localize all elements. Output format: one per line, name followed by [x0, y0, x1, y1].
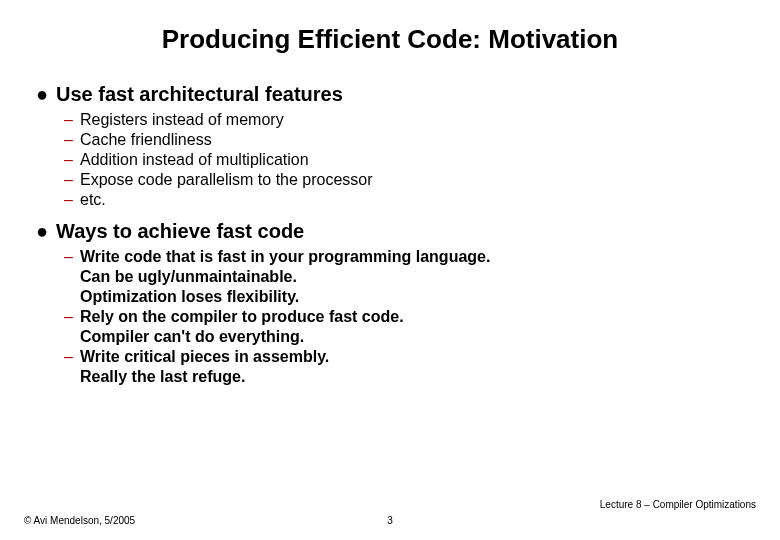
sub-continuation: Optimization loses flexibility.	[80, 287, 744, 307]
bullet-list: ● Use fast architectural features –Regis…	[36, 83, 744, 387]
bullet-1-text: Use fast architectural features	[56, 83, 343, 106]
sub-item: –Rely on the compiler to produce fast co…	[64, 307, 744, 327]
sub-item: –Cache friendliness	[64, 130, 744, 150]
dash-icon: –	[64, 130, 80, 150]
bullet-1-sublist: –Registers instead of memory –Cache frie…	[64, 110, 744, 210]
dash-icon: –	[64, 110, 80, 130]
sub-text: Addition instead of multiplication	[80, 150, 309, 170]
bullet-2-sublist: –Write code that is fast in your program…	[64, 247, 744, 387]
sub-item: –Write critical pieces in assembly.	[64, 347, 744, 367]
sub-text: Registers instead of memory	[80, 110, 284, 130]
sub-item: –etc.	[64, 190, 744, 210]
sub-item: –Registers instead of memory	[64, 110, 744, 130]
sub-continuation: Compiler can't do everything.	[80, 327, 744, 347]
sub-text: Rely on the compiler to produce fast cod…	[80, 307, 404, 327]
dash-icon: –	[64, 347, 80, 367]
sub-text: Write code that is fast in your programm…	[80, 247, 490, 267]
sub-item: –Write code that is fast in your program…	[64, 247, 744, 267]
footer-page-number: 3	[387, 515, 393, 526]
sub-text: Expose code parallelism to the processor	[80, 170, 373, 190]
footer-lecture: Lecture 8 – Compiler Optimizations	[600, 499, 756, 510]
sub-text: Cache friendliness	[80, 130, 212, 150]
sub-continuation: Can be ugly/unmaintainable.	[80, 267, 744, 287]
slide: Producing Efficient Code: Motivation ● U…	[0, 0, 780, 540]
dash-icon: –	[64, 247, 80, 267]
footer-copyright: © Avi Mendelson, 5/2005	[24, 515, 135, 526]
sub-item: –Addition instead of multiplication	[64, 150, 744, 170]
sub-continuation: Really the last refuge.	[80, 367, 744, 387]
dash-icon: –	[64, 170, 80, 190]
dash-icon: –	[64, 190, 80, 210]
bullet-2: ● Ways to achieve fast code	[36, 220, 744, 243]
sub-text: etc.	[80, 190, 106, 210]
bullet-2-text: Ways to achieve fast code	[56, 220, 304, 243]
bullet-marker: ●	[36, 83, 56, 106]
dash-icon: –	[64, 307, 80, 327]
dash-icon: –	[64, 150, 80, 170]
sub-item: –Expose code parallelism to the processo…	[64, 170, 744, 190]
bullet-1: ● Use fast architectural features	[36, 83, 744, 106]
bullet-marker: ●	[36, 220, 56, 243]
slide-title: Producing Efficient Code: Motivation	[36, 24, 744, 55]
sub-text: Write critical pieces in assembly.	[80, 347, 329, 367]
